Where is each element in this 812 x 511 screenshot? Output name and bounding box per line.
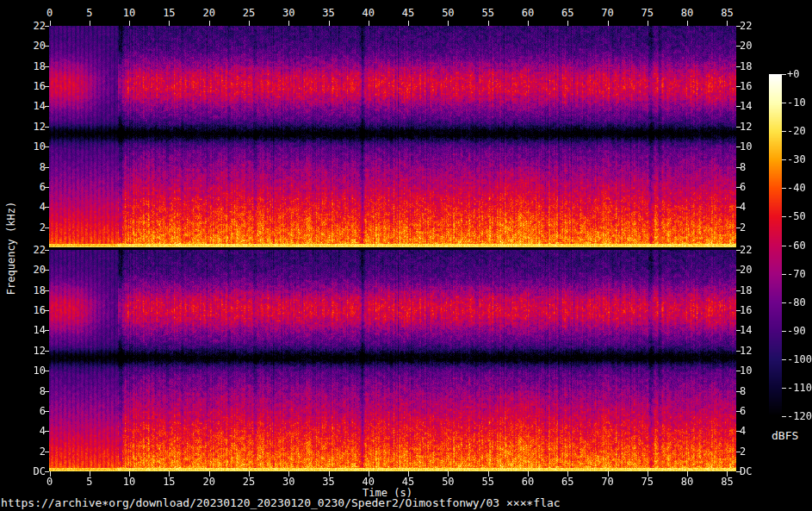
y-tick-label-right: 8 (740, 385, 768, 397)
x-tick-mark-top (608, 21, 609, 26)
x-tick-mark-top (249, 21, 250, 26)
colorbar-tick-mark (782, 388, 786, 389)
y-tick-mark-left (45, 310, 49, 311)
x-tick-mark-top (50, 21, 51, 26)
colorbar-tick-mark (782, 188, 786, 189)
x-tick-mark-top (687, 21, 688, 26)
x-tick-label-bottom: 0 (37, 476, 63, 488)
y-tick-mark-left (45, 351, 49, 352)
x-tick-label-top: 30 (276, 7, 301, 19)
x-tick-label-bottom: 65 (555, 476, 580, 488)
colorbar-tick-label: -60 (787, 240, 812, 252)
y-tick-mark-left (45, 270, 49, 271)
colorbar-tick-label: -40 (787, 182, 812, 194)
x-tick-label-top: 25 (236, 7, 262, 19)
y-tick-label-left: 6 (17, 181, 46, 193)
colorbar-tick-label: -120 (787, 410, 812, 422)
colorbar-tick-mark (782, 131, 786, 132)
y-tick-mark-left (45, 452, 49, 452)
x-tick-label-top: 40 (356, 7, 381, 19)
x-tick-label-top: 80 (674, 7, 700, 19)
y-tick-label-right: 6 (740, 405, 768, 417)
x-tick-label-top: 70 (595, 7, 621, 19)
x-tick-label-top: 60 (515, 7, 541, 19)
colorbar-tick-label: -80 (787, 296, 812, 308)
x-tick-mark-top (727, 21, 728, 26)
x-tick-label-bottom: 75 (635, 476, 660, 488)
x-tick-label-bottom: 70 (595, 476, 621, 488)
x-tick-mark-top (169, 21, 170, 26)
y-tick-label-left: 12 (17, 345, 46, 357)
y-tick-label-left: 6 (17, 405, 46, 417)
x-tick-label-bottom: 55 (475, 476, 501, 488)
y-tick-label-right: 20 (740, 264, 768, 276)
y-tick-mark-left (45, 207, 49, 208)
x-tick-mark-top (288, 21, 289, 26)
y-tick-label-left: DC (17, 465, 46, 477)
y-tick-mark-left (45, 167, 49, 168)
spectrogram-channel-2-canvas (49, 250, 736, 471)
y-tick-mark-left (45, 66, 49, 67)
colorbar-tick-mark (782, 103, 786, 103)
y-tick-mark-left (45, 391, 49, 392)
x-tick-label-top: 15 (156, 7, 182, 19)
y-tick-label-left: 2 (17, 221, 46, 234)
x-tick-mark-top (567, 21, 568, 26)
y-tick-label-left: 14 (17, 324, 46, 336)
y-tick-label-right: 2 (740, 446, 768, 458)
x-tick-label-bottom: 80 (674, 476, 700, 488)
y-tick-mark-left (45, 431, 49, 432)
y-tick-mark-left (45, 86, 49, 87)
y-tick-label-right: 12 (740, 121, 768, 133)
y-tick-mark-left (45, 471, 49, 472)
colorbar-tick-mark (782, 416, 786, 417)
y-tick-label-right: 14 (740, 100, 768, 112)
y-tick-label-left: 14 (17, 100, 46, 112)
y-tick-label-left: 8 (17, 161, 46, 173)
y-tick-mark-left (45, 127, 49, 128)
y-tick-label-right: 4 (740, 201, 768, 213)
x-tick-label-bottom: 85 (714, 476, 740, 488)
y-tick-label-left: 10 (17, 140, 46, 153)
x-tick-mark-top (448, 21, 449, 26)
x-tick-mark-top (129, 21, 130, 26)
y-tick-label-right: 20 (740, 40, 768, 52)
footer-url: https://archive∗org/download/20230120_20… (1, 497, 561, 509)
colorbar-tick-label: -100 (787, 353, 812, 365)
x-tick-label-top: 0 (37, 7, 63, 19)
y-tick-label-right: 14 (740, 324, 768, 336)
y-tick-label-left: 10 (17, 365, 46, 377)
y-tick-mark-left (45, 106, 49, 107)
x-tick-label-top: 65 (555, 7, 580, 19)
colorbar-tick-mark (782, 359, 786, 360)
colorbar-tick-label: -70 (787, 268, 812, 280)
y-tick-label-right: 18 (740, 284, 768, 296)
x-tick-label-top: 50 (435, 7, 461, 19)
y-tick-label-right: 18 (740, 60, 768, 72)
y-tick-label-left: 2 (17, 446, 46, 458)
x-tick-label-bottom: 10 (116, 476, 142, 488)
y-tick-label-left: 8 (17, 385, 46, 397)
x-tick-mark-top (488, 21, 489, 26)
x-tick-label-bottom: 45 (395, 476, 421, 488)
y-tick-label-right: 4 (740, 425, 768, 437)
y-tick-label-left: 18 (17, 284, 46, 296)
y-tick-label-left: 22 (17, 244, 46, 256)
x-tick-label-top: 5 (77, 7, 102, 19)
y-tick-label-left: 4 (17, 201, 46, 213)
y-tick-label-left: 20 (17, 264, 46, 276)
colorbar-tick-label: -10 (787, 97, 812, 109)
x-tick-mark-top (528, 21, 529, 26)
y-tick-label-right: 10 (740, 140, 768, 153)
spectrogram-channel-1-canvas (49, 26, 736, 247)
y-tick-mark-left (45, 146, 49, 147)
y-tick-mark-left (45, 290, 49, 291)
y-tick-label-left: 18 (17, 60, 46, 72)
x-tick-mark-top (408, 21, 409, 26)
colorbar-tick-mark (782, 159, 786, 160)
x-tick-label-bottom: 20 (196, 476, 222, 488)
y-tick-mark-left (45, 371, 49, 371)
x-tick-mark-top (329, 21, 330, 26)
y-tick-label-right: 12 (740, 345, 768, 357)
y-tick-mark-left (45, 26, 49, 27)
